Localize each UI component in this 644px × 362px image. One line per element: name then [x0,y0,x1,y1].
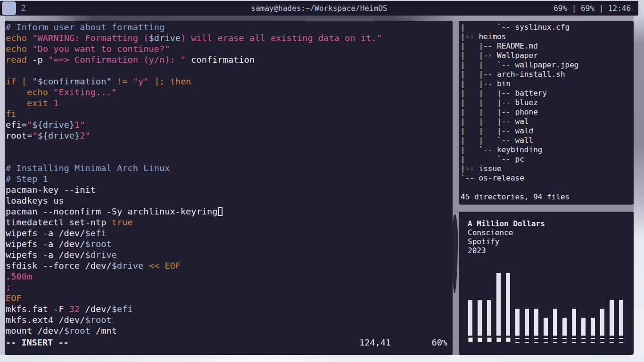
tree-line: | `-- syslinux.cfg [461,23,634,32]
tree-line: | | `-- wallpaper.jpeg [461,60,634,70]
visualizer-bar [534,309,538,336]
top-status-bar: 2 samay@hades:~/Workspace/HeimOS 69% | 6… [0,1,638,16]
pane-divider-horizontal[interactable] [459,205,634,212]
code-line: wipefs -a /dev/$efi [6,228,453,239]
visualizer-bar [610,300,614,336]
tree-line: | `-- pc [461,155,634,164]
progress-marker-empty [544,338,548,343]
wallpaper-gap-right [634,0,644,362]
code-line: # Installing Minimal Arch Linux [6,163,453,173]
code-line [6,152,453,163]
visualizer-bar [506,273,510,336]
code-line: loadkeys us [6,195,453,206]
code-line: # Inform user about formatting [6,22,453,33]
system-status-text: 69% | 69% | 12:46 [553,4,631,13]
tree-line: | |-- Wallpaper [461,51,634,60]
code-line: wipefs -a /dev/$drive [6,249,453,260]
code-line: efi="${drive}1" [6,119,453,130]
terminal-pane-vim[interactable]: # Inform user about formattingecho "WARN… [5,21,453,355]
progress-marker-empty [562,338,567,343]
tree-line: | `-- keybinding [461,145,634,155]
code-line: pacman --noconfirm -Sy archlinux-keyring [6,206,453,217]
editor-buffer: # Inform user about formattingecho "WARN… [5,21,453,336]
tree-line: | | |-- battery [461,89,634,98]
code-line: echo "WARNING: Formatting ($drive) will … [6,33,453,43]
progress-marker-filled [468,337,473,342]
progress-marker-empty [581,338,586,343]
vim-cursor-position: 124,41 [359,337,391,348]
progress-marker-filled [506,337,511,342]
progress-marker-filled [496,337,501,342]
visualizer-bar [487,300,491,336]
code-line: fi [6,108,453,119]
progress-marker-empty [534,338,538,343]
code-line [6,141,453,152]
progress-marker-filled [487,337,492,342]
code-line: echo "Do you want to continue?" [6,43,453,54]
pane-divider-vertical[interactable] [453,21,459,355]
vim-mode-indicator: -- INSERT -- [6,337,69,348]
code-line [6,65,453,76]
tree-line: | | |-- bluez [461,98,634,107]
visualizer-bar [515,309,520,336]
code-line: echo "Exiting..." [6,87,453,98]
code-line: ; [6,282,453,293]
visualizer-bar [562,318,567,336]
progress-marker-empty [610,338,614,343]
tree-line: |-- heimos [461,32,634,41]
visualizer-bar [600,309,604,336]
code-line: EOF [6,293,453,304]
progress-marker-empty [572,338,576,343]
progress-marker-empty [553,338,557,343]
visualizer-bar [468,300,472,336]
terminal-pane-tree[interactable]: | `-- syslinux.cfg|-- heimos| |-- README… [459,21,634,205]
tree-line [461,183,634,192]
wallpaper-shadow [452,214,458,293]
audio-visualizer [459,212,634,355]
code-line: sfdisk --force /dev/$drive << EOF [6,260,453,271]
tree-output: | `-- syslinux.cfg|-- heimos| |-- README… [459,21,634,202]
tree-line: | | |-- wald [461,126,634,136]
code-line: ,500m [6,271,453,282]
tree-line: | |-- README.md [461,41,634,51]
code-line: mount /dev/$root /mnt [6,325,453,336]
code-line: wipefs -a /dev/$root [6,239,453,249]
code-line: mkfs.ext4 /dev/$root [6,314,453,325]
tree-line: |-- issue [461,164,634,173]
visualizer-bar [553,309,557,336]
code-line: timedatectl set-ntp true [6,217,453,228]
visualizer-bar [581,318,586,336]
terminal-pane-player[interactable]: A Million Dollars Conscience Spotify 202… [459,212,634,355]
tree-line: | | `-- wall [461,136,634,145]
code-line: mkfs.fat -F 32 /dev/$efi [6,304,453,314]
code-line: pacman-key --init [6,184,453,195]
code-line: if [ "$confirmation" != "y" ]; then [6,76,453,87]
visualizer-bar [619,300,623,336]
progress-marker-empty [591,338,595,343]
visualizer-bar [544,318,548,336]
progress-marker-empty [619,338,623,343]
window-title: samay@hades:~/Workspace/HeimOS [0,4,638,13]
visualizer-bar [591,318,595,336]
tree-line: `-- os-release [461,173,634,183]
progress-marker-empty [515,338,520,343]
visualizer-bar [496,273,501,336]
vim-statusline: -- INSERT -- 124,41 60% [5,337,453,348]
visualizer-bar [572,309,576,336]
visualizer-bar [478,300,482,336]
code-line: read -p "==> Confirmation (y/n): " confi… [6,54,453,65]
code-line: root="${drive}2" [6,130,453,141]
tree-line: 45 directories, 94 files [461,192,634,202]
tree-line: | |-- bin [461,79,634,89]
progress-marker-empty [525,338,529,343]
tree-line: | | |-- wal [461,117,634,126]
tree-line: | |-- arch-install.sh [461,70,634,79]
vim-scroll-percent: 60% [432,337,447,348]
progress-marker-filled [478,337,482,342]
visualizer-bar [525,309,529,336]
vim-cursor [218,207,223,216]
tree-line: | | |-- phone [461,107,634,117]
progress-marker-empty [600,338,604,343]
code-line: exit 1 [6,98,453,108]
code-line: # Step 1 [6,173,453,184]
